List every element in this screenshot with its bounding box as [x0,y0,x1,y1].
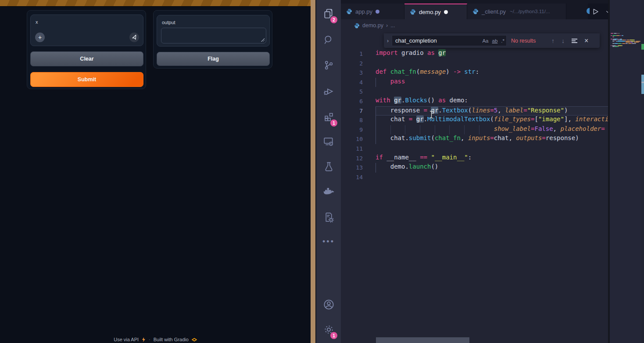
code-line[interactable]: demo.launch() [376,163,609,173]
tab-app-py[interactable]: app.py [341,4,404,19]
code-line[interactable] [376,59,609,69]
tab-demo-py[interactable]: demo.py [404,4,467,19]
find-widget: › Aa ab .* No results ↑ ↓ × [384,33,600,48]
run-button[interactable] [592,8,599,15]
breadcrumb-more[interactable]: ... [390,22,395,29]
sidebar-item-testing[interactable] [316,155,341,178]
ellipsis-icon: ••• [322,237,335,246]
python-file-icon [354,23,360,29]
code-token: = [424,107,427,114]
line-number[interactable]: 2 [341,59,363,69]
code-token: pass [390,78,405,85]
code-token: = [523,107,527,114]
settings-button[interactable]: 1 [316,318,341,341]
code-line[interactable] [376,87,609,97]
built-with-gradio-link[interactable]: Built with Gradio [154,337,189,342]
code-token: as [427,49,435,56]
code-line[interactable]: chat = gr.MultimodalTextbox(file_types=[… [376,116,609,125]
line-number[interactable]: 9 [341,125,363,135]
code-line[interactable] [376,144,609,154]
code-line[interactable]: chat.submit(chat_fn, inputs=chat, output… [376,134,609,144]
submit-button[interactable]: Submit [30,72,143,87]
account-button[interactable] [316,293,341,316]
minimap[interactable] [610,0,641,343]
line-number[interactable]: 14 [341,173,363,182]
horizontal-scrollbar[interactable] [376,337,469,343]
breadcrumb-chevron-icon: › [386,22,388,29]
breadcrumb[interactable]: demo.py › ... [341,19,644,32]
gutter[interactable]: 1234567891011121314 [341,32,363,343]
breadcrumb-file[interactable]: demo.py [362,22,383,29]
code-token: str [464,68,475,75]
code-line[interactable]: show_label=False, placeholder= [376,125,609,135]
code-token: -> [453,68,461,75]
line-number[interactable]: 7 [341,106,363,116]
find-in-selection-button[interactable] [572,39,577,43]
resize-handle[interactable] [261,38,265,42]
sidebar-item-docker[interactable] [316,181,341,203]
minimap-line [617,41,625,42]
explorer-badge: 2 [330,16,337,23]
code-token: MultimodalTextbox [427,116,490,123]
match-case-toggle[interactable]: Aa [482,38,488,43]
find-expand-chevron-icon[interactable]: › [384,38,392,44]
line-number[interactable]: 5 [341,87,363,97]
sidebar-item-more[interactable]: ••• [316,230,341,253]
sidebar-item-explorer[interactable]: 2 [316,2,341,25]
code-token: = [490,107,494,114]
editor-code[interactable]: import gradio as grdef chat_fn(message) … [376,32,609,343]
line-number[interactable]: 1 [341,49,363,59]
modified-dot[interactable] [444,10,448,14]
indent-guide-line [376,116,376,125]
code-line[interactable]: if __name__ == "__main__": [376,154,609,163]
run-debug-icon [323,85,334,97]
multimodal-textbox[interactable]: x + [30,14,143,46]
code-line[interactable]: response = gr.Textbox(lines=5, label="Re… [376,106,609,116]
sidebar-item-remote-explorer[interactable] [316,130,341,153]
code-token: demo: [446,97,468,104]
code-token: if [376,154,383,161]
overview-ruler[interactable] [641,0,644,343]
code-token: , [553,125,561,132]
editor-scroll[interactable]: 1234567891011121314 import gradio as grd… [341,32,644,343]
tab-client-py[interactable]: _client.py ~/.../python3.11/... [467,4,566,19]
clear-button[interactable]: Clear [30,51,143,66]
code-line[interactable]: def chat_fn(message) -> str: [376,68,609,78]
use-via-api-link[interactable]: Use via API [114,337,139,342]
regex-toggle[interactable]: .* [501,38,504,43]
code-token: file_types [494,116,531,123]
code-token: , [461,134,468,141]
sidebar-item-extensions[interactable]: 1 [316,105,341,128]
code-token: "image" [538,116,564,123]
find-previous-button[interactable]: ↑ [551,37,555,44]
send-button[interactable] [129,32,139,42]
code-line[interactable]: import gradio as gr [376,49,609,59]
code-line[interactable]: pass [376,78,609,87]
find-next-button[interactable]: ↓ [562,37,565,44]
line-number[interactable]: 10 [341,134,363,144]
whole-word-toggle[interactable]: ab [492,38,498,43]
minimap-line [634,40,635,40]
sidebar-item-source-control[interactable] [316,54,341,76]
sidebar-item-search[interactable] [316,29,341,51]
code-token: chat [376,116,409,123]
code-token: submit [409,134,431,141]
modified-dot[interactable] [376,10,379,14]
attach-file-button[interactable]: + [35,32,45,42]
line-number[interactable]: 3 [341,68,363,78]
output-textarea[interactable] [161,28,266,43]
code-token: () [427,97,438,104]
output-label: output [162,20,175,25]
code-line[interactable] [376,173,609,182]
line-number[interactable]: 6 [341,97,363,106]
find-close-button[interactable]: × [584,37,588,45]
sidebar-item-run-debug[interactable] [316,79,341,102]
line-number[interactable]: 12 [341,154,363,163]
sidebar-item-dev-containers[interactable] [316,206,341,228]
line-number[interactable]: 4 [341,78,363,87]
line-number[interactable]: 11 [341,144,363,154]
line-number[interactable]: 8 [341,116,363,125]
flag-button[interactable]: Flag [157,52,270,66]
line-number[interactable]: 13 [341,163,363,173]
code-line[interactable]: with gr.Blocks() as demo: [376,97,609,106]
